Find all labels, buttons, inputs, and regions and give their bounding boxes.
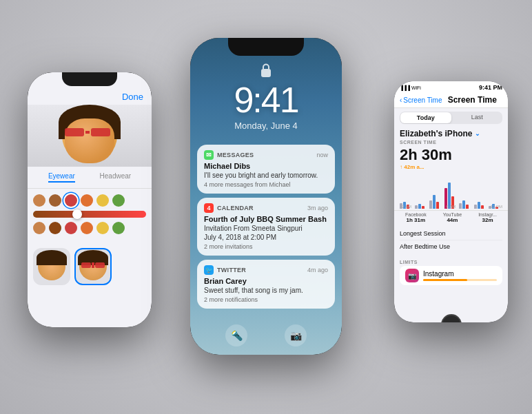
app-facebook: Facebook 1h 31m [405, 212, 427, 223]
segment-control: Today Last [400, 112, 502, 124]
limit-bar-container [423, 279, 497, 281]
center-notch [228, 38, 304, 56]
screen-time-chart: 12 AM 6 AM 12 PM [394, 173, 508, 209]
color-option[interactable] [81, 222, 93, 234]
back-button[interactable]: ‹ Screen Time [400, 96, 442, 104]
notif-more: 4 more messages from Michael [204, 181, 328, 188]
limit-instagram-row[interactable]: 📷 Instagram [400, 266, 502, 285]
color-option[interactable] [49, 194, 61, 207]
chevron-left-icon: ‹ [400, 96, 402, 104]
axis-label: 12 AM [400, 205, 411, 209]
hair-color-row [33, 222, 146, 234]
limits-label: LIMITS [394, 256, 508, 266]
notif-app-name: MESSAGES [217, 152, 313, 158]
phone-center-screen: 9:41 Monday, June 4 ✉ MESSAGES now Micha… [190, 38, 342, 355]
app-time: 44m [443, 217, 462, 223]
notif-app-name-cal: CALENDAR [217, 205, 304, 211]
notification-twitter[interactable]: 🐦 TWITTER 4m ago Brian Carey Sweet stuff… [197, 260, 335, 309]
right-status-bar: ▐▐▐ WiFi 9:41 PM [394, 81, 508, 92]
done-button[interactable]: Done [122, 92, 143, 102]
memoji-variant-1[interactable] [33, 248, 70, 285]
phone-center: 9:41 Monday, June 4 ✉ MESSAGES now Micha… [190, 38, 342, 355]
signal-icons: ▐▐▐ WiFi [400, 85, 421, 90]
notification-messages[interactable]: ✉ MESSAGES now Michael Dibs I'll see you… [197, 145, 335, 194]
notif-body: I'll see you bright and early tomorrow. [204, 171, 328, 180]
messages-icon: ✉ [204, 150, 214, 160]
app-time: 32m [478, 217, 497, 223]
app-youtube: YouTube 44m [443, 212, 462, 223]
memoji-variant-2[interactable] [74, 248, 112, 285]
slider-thumb[interactable] [72, 209, 82, 219]
category-eyewear[interactable]: Eyewear [48, 172, 75, 183]
app-time: 1h 31m [405, 217, 427, 223]
stats-rows: Longest Session After Bedtime Use [394, 225, 508, 256]
lock-time: 9:41 [190, 79, 342, 121]
notif-body-cal: Invitation From Smeeta Singpuri July 4, … [204, 224, 328, 242]
memoji-face [62, 108, 117, 163]
phones-container: Done Eyewear Headwear [0, 0, 532, 414]
calendar-icon: 4 [204, 203, 214, 213]
axis-label: 6 AM [446, 205, 456, 209]
phone-right: ▐▐▐ WiFi 9:41 PM ‹ Screen Time Screen Ti… [394, 81, 508, 322]
notif-body-tw: Sweet stuff, that song is my jam. [204, 286, 328, 295]
skin-color-row [33, 194, 146, 207]
memoji-avatar-area [28, 105, 152, 167]
phone-left-screen: Done Eyewear Headwear [28, 72, 152, 327]
notif-title-tw: Brian Carey [204, 277, 328, 285]
memoji-categories: Eyewear Headwear [28, 167, 152, 189]
app-instagram: Instagr... 32m [478, 212, 497, 223]
device-name[interactable]: Elizabeth's iPhone ⌄ [394, 127, 508, 140]
lock-icon-area [190, 59, 342, 78]
phone-right-screen: ▐▐▐ WiFi 9:41 PM ‹ Screen Time Screen Ti… [394, 81, 508, 322]
color-option-selected[interactable] [65, 194, 77, 207]
notif-time-cal: 3m ago [307, 205, 328, 211]
color-option[interactable] [112, 222, 125, 234]
color-option[interactable] [112, 194, 125, 207]
nav-title: Screen Time [442, 95, 502, 105]
color-option[interactable] [96, 222, 109, 234]
axis-label: 12 PM [491, 205, 502, 209]
stat-after-bedtime: After Bedtime Use [400, 240, 502, 253]
app-name: YouTube [443, 212, 462, 217]
padlock-icon [260, 63, 272, 78]
total-time: 2h 30m [394, 145, 508, 164]
notif-more-cal: 2 more invitations [204, 243, 328, 250]
app-labels: Facebook 1h 31m YouTube 44m Instagr... 3… [394, 210, 508, 225]
nav-bar: ‹ Screen Time Screen Time [394, 92, 508, 108]
notif-app-name-tw: TWITTER [217, 267, 304, 273]
color-option[interactable] [65, 222, 77, 234]
app-name: Instagr... [478, 212, 497, 217]
flashlight-icon[interactable]: 🔦 [225, 324, 247, 346]
notif-title-cal: Fourth of July BBQ Summer Bash [204, 215, 328, 223]
app-name: Facebook [405, 212, 427, 217]
notif-time: now [316, 152, 328, 158]
color-option[interactable] [81, 194, 93, 207]
notif-more-tw: 2 more notifications [204, 296, 328, 303]
color-option[interactable] [33, 194, 45, 207]
instagram-app-icon: 📷 [405, 269, 419, 282]
tab-last[interactable]: Last [452, 112, 503, 124]
avg-value: ↑ 42m a... [400, 164, 424, 170]
color-option[interactable] [96, 194, 109, 207]
memoji-colors [28, 189, 152, 244]
camera-icon[interactable]: 📷 [285, 324, 307, 346]
notification-calendar[interactable]: 4 CALENDAR 3m ago Fourth of July BBQ Sum… [197, 198, 335, 256]
notif-header: ✉ MESSAGES now [204, 150, 328, 160]
category-headwear[interactable]: Headwear [100, 172, 132, 183]
tab-today[interactable]: Today [400, 112, 451, 123]
lock-notifications: ✉ MESSAGES now Michael Dibs I'll see you… [190, 138, 342, 309]
phone-left: Done Eyewear Headwear [28, 72, 152, 327]
lock-bottom-bar: 🔦 📷 [190, 324, 342, 346]
memoji-thumbnails [28, 244, 152, 289]
color-option[interactable] [49, 222, 61, 234]
twitter-icon: 🐦 [204, 265, 214, 275]
notif-title: Michael Dibs [204, 162, 328, 170]
color-slider[interactable] [33, 211, 146, 218]
left-notch [62, 72, 117, 86]
notif-header-tw: 🐦 TWITTER 4m ago [204, 265, 328, 275]
chevron-down-icon: ⌄ [475, 130, 480, 137]
notif-time-tw: 4m ago [307, 267, 328, 273]
chart-axis: 12 AM 6 AM 12 PM [400, 205, 502, 209]
color-option[interactable] [33, 222, 45, 234]
limit-app-name: Instagram [423, 270, 497, 278]
